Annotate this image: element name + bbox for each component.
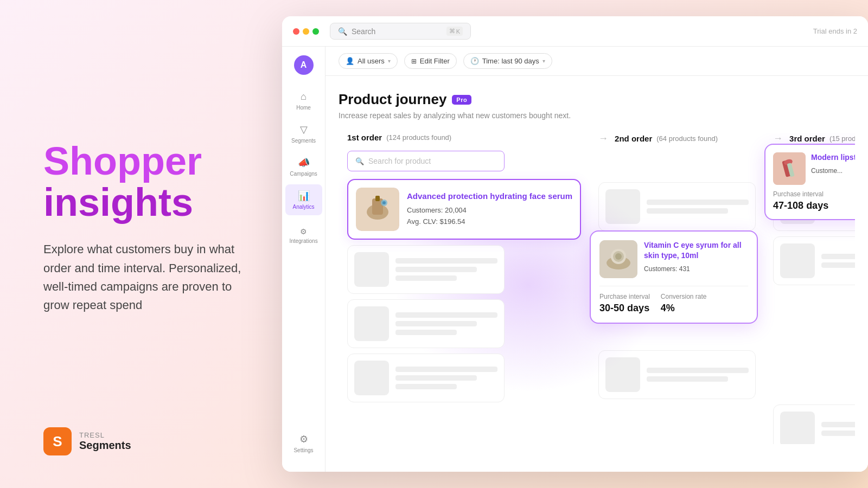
main-layout: A ⌂ Home ▽ Segments 📣 Campaigns 📊 Analyt…: [282, 47, 868, 472]
column-3-header: → 3rd order (15 products fou...: [773, 133, 855, 144]
sidebar-item-segments[interactable]: ▽ Segments: [285, 118, 322, 149]
col2-order: 2nd order: [615, 134, 652, 143]
sidebar: A ⌂ Home ▽ Segments 📣 Campaigns 📊 Analyt…: [282, 47, 326, 472]
sidebar-campaigns-label: Campaigns: [290, 171, 317, 177]
sidebar-analytics-label: Analytics: [292, 204, 314, 210]
column-1: 1st order (124 products found) 🔍 Search …: [339, 133, 590, 444]
placeholder-img: [605, 189, 640, 224]
column-3-area: → 3rd order (15 products fou...: [764, 133, 855, 444]
product-3-interval-label: Purchase interval: [773, 190, 855, 198]
sidebar-integrations-label: Integrations: [289, 238, 317, 244]
placeholder-line: [821, 422, 855, 427]
col3-placeholders: [773, 182, 855, 444]
hero-title-line2: insights: [43, 182, 250, 223]
placeholder-line: [395, 275, 457, 281]
product-2-header: Vitamin C eye syrum for all skin type, 1…: [599, 240, 748, 278]
placeholder-line: [395, 267, 477, 272]
product-2-image: [599, 240, 637, 278]
col3-order: 3rd order: [789, 134, 825, 143]
placeholder-line: [395, 258, 497, 264]
time-chevron-icon: ▾: [542, 58, 545, 64]
conversion-rate-value: 4%: [661, 303, 707, 314]
sidebar-segments-label: Segments: [291, 138, 316, 144]
product-3-name: Modern lipstick: [811, 152, 855, 163]
placeholder-line: [395, 312, 497, 318]
analytics-icon: 📊: [298, 190, 310, 202]
edit-filter-button[interactable]: ⊞ Edit Filter: [404, 53, 457, 69]
product-3-header: Modern lipstick Custome...: [773, 152, 855, 185]
product-3-info: Modern lipstick Custome...: [811, 152, 855, 185]
product-1-image: [356, 188, 399, 231]
search-bar-text: Search: [352, 27, 442, 36]
product-1-name: Advanced protection hydrating face serum: [407, 191, 572, 202]
svg-point-5: [382, 201, 386, 204]
filter-icon: ⊞: [411, 57, 417, 65]
sidebar-item-analytics[interactable]: 📊 Analytics: [285, 184, 322, 215]
product-2-stats: Purchase interval 30-50 days Conversion …: [599, 286, 748, 314]
product-2-customers: Customers: 431: [644, 264, 748, 274]
sidebar-item-integrations[interactable]: ⚙ Integrations: [285, 222, 322, 249]
settings-icon: ⚙: [299, 433, 308, 445]
placeholder-line: [395, 321, 477, 326]
sidebar-item-settings[interactable]: ⚙ Settings: [285, 428, 322, 459]
clock-icon: 🕐: [470, 57, 479, 65]
placeholder-card-2: [347, 299, 505, 348]
placeholder-line: [821, 254, 855, 259]
purchase-interval-label: Purchase interval: [599, 293, 650, 300]
col3-arrow-icon: →: [773, 133, 783, 144]
top-bar: 🔍 Search ⌘ K Trial ends in 2: [282, 16, 868, 47]
product-3-image: [773, 152, 806, 185]
conversion-rate-label: Conversion rate: [661, 293, 707, 300]
placeholder-line: [647, 368, 749, 373]
search-shortcut: ⌘ K: [446, 27, 463, 36]
users-filter[interactable]: 👤 All users ▾: [339, 53, 398, 69]
column-2-area: → 2nd order (64 products found): [590, 133, 764, 444]
segments-icon: ▽: [300, 124, 308, 136]
sidebar-item-home[interactable]: ⌂ Home: [285, 86, 322, 116]
product-card-1[interactable]: Advanced protection hydrating face serum…: [347, 179, 581, 240]
page-subtitle: Increase repeat sales by analyzing what …: [339, 111, 855, 120]
placeholder-img-2: [354, 306, 389, 341]
placeholder-line: [821, 262, 855, 268]
filter-bar: 👤 All users ▾ ⊞ Edit Filter 🕐 Time: last…: [326, 47, 868, 76]
avatar: A: [294, 55, 314, 75]
page-title-row: Product journey Pro: [339, 91, 855, 108]
close-button[interactable]: [293, 28, 299, 35]
placeholder-line: [395, 375, 477, 381]
journey-container: 1st order (124 products found) 🔍 Search …: [339, 133, 855, 444]
col2-placeholder-3: [598, 350, 756, 399]
app-window: 🔍 Search ⌘ K Trial ends in 2 A ⌂ Home ▽ …: [282, 16, 868, 472]
hero-title: Shopper insights: [43, 141, 250, 223]
sidebar-item-campaigns[interactable]: 📣 Campaigns: [285, 151, 322, 182]
col3-placeholder-3: [773, 404, 855, 444]
svg-point-10: [615, 253, 622, 260]
placeholder-img-1: [354, 252, 389, 287]
product-3-interval-value: 47-108 days: [773, 200, 855, 211]
column-2-header: → 2nd order (64 products found): [598, 133, 756, 144]
product-card-3[interactable]: Modern lipstick Custome... Purchase inte…: [764, 144, 855, 220]
placeholder-line: [647, 376, 728, 382]
brand-logo: S TRESL Segments: [43, 427, 131, 455]
placeholder-card-1: [347, 245, 505, 294]
users-label: All users: [358, 57, 385, 65]
hero-title-line1: Shopper: [43, 141, 250, 182]
search-bar[interactable]: 🔍 Search ⌘ K: [330, 23, 471, 40]
pro-badge: Pro: [452, 95, 471, 105]
time-filter[interactable]: 🕐 Time: last 90 days ▾: [463, 53, 552, 69]
product-card-2[interactable]: Vitamin C eye syrum for all skin type, 1…: [590, 230, 758, 324]
placeholder-card-3: [347, 354, 505, 402]
placeholder-line: [395, 367, 497, 372]
brand-name-main: Segments: [79, 439, 131, 452]
brand-text: TRESL Segments: [79, 431, 131, 452]
time-label: Time: last 90 days: [482, 57, 539, 65]
sidebar-home-label: Home: [296, 105, 311, 111]
minimize-button[interactable]: [303, 28, 309, 35]
product-search-input[interactable]: 🔍 Search for product: [347, 151, 505, 171]
col3-placeholder-2: [773, 236, 855, 285]
placeholder-line: [395, 384, 457, 389]
page-content: Product journey Pro Increase repeat sale…: [326, 76, 868, 472]
maximize-button[interactable]: [312, 28, 319, 35]
placeholder-img: [780, 243, 815, 278]
trial-text: Trial ends in 2: [813, 27, 857, 35]
campaigns-icon: 📣: [298, 157, 310, 169]
